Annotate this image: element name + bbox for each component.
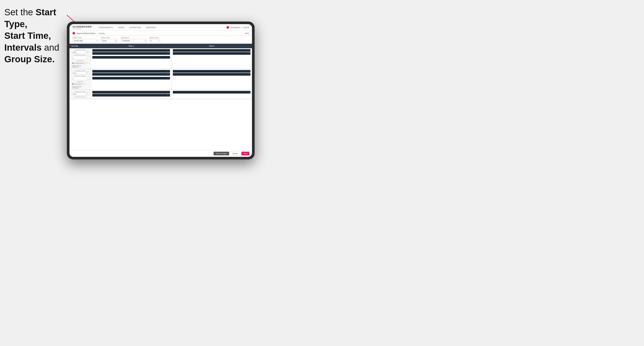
g1-clock-icon: 🕐 (86, 51, 88, 53)
g1-starting-time-input[interactable]: 10:00 🕐 (71, 51, 89, 54)
group-row-3: STARTING TIME: 10:20 🕐 STARTING HOLE: ✕ … (70, 90, 252, 99)
g1-edit-icon[interactable]: ✎ (88, 62, 89, 64)
tablet-frame: SCOREBOARD Powered by clipp.io TOURNAMEN… (67, 21, 254, 160)
g2-t1-cp-remove[interactable]: ✕ (167, 78, 168, 79)
g3-t2-p1-remove[interactable]: ✕ (248, 92, 248, 93)
group-row-2-inner: STARTING TIME: 10:10 🕐 STARTING HOLE: 1 … (70, 69, 252, 90)
intervals-group: Intervals 10 Minutes (121, 37, 147, 43)
reset-changes-button[interactable]: Reset Changes (214, 152, 229, 155)
breadcrumb-bar: Clippd Invitational (Mem) › Hosting Back (70, 31, 252, 36)
nav-teams[interactable]: TEAMS (117, 26, 125, 29)
user-email: blair@clippd.io (230, 27, 240, 28)
g2-t2-player1[interactable]: ✕ › (173, 70, 250, 73)
g3-t1-p2-chevron: › (169, 95, 169, 96)
group-size-select[interactable]: 3 (149, 39, 160, 43)
g1-t2-player1[interactable]: ✕ › (173, 49, 250, 52)
g2-hole-val: 1 (72, 78, 73, 79)
g3-t2-p1-chevron: › (249, 92, 250, 93)
g1-course-name: (A) Peachtree GC (74, 62, 84, 64)
g1-add-icon: + (71, 66, 72, 68)
group-1-left: STARTING TIME: 10:00 🕐 STARTING HOLE: 1 … (70, 48, 91, 69)
g1-t2-player2[interactable]: ✕ › (173, 52, 250, 55)
g3-t1-p1-remove[interactable]: ✕ (167, 92, 168, 93)
g1-t2-p1-remove[interactable]: ✕ (248, 50, 248, 51)
g1-t1-player2[interactable]: ✕ › (92, 52, 170, 55)
g1-t1-course-row: ✕ › (92, 56, 170, 59)
g1-course-tag[interactable]: (A) Peachtree GC ✕ (71, 62, 88, 64)
g1-course-remove-x[interactable]: ✕ (85, 62, 86, 64)
footer-bar: Reset Changes Cancel Save (70, 150, 252, 157)
back-button[interactable]: Back (245, 32, 249, 34)
g3-t1-player1[interactable]: ✕ › (92, 91, 170, 94)
g2-edit-icon[interactable]: ✎ (86, 83, 86, 85)
th-team1: Team 1 (91, 44, 172, 48)
g2-t1-course-player[interactable]: ✕ › (92, 77, 170, 79)
g1-t1-player1[interactable]: ✕ › (92, 49, 170, 52)
intervals-select-wrap: 10 Minutes (121, 39, 147, 43)
nav-tournaments[interactable]: TOURNAMENTS (97, 26, 114, 29)
start-type-select[interactable]: 1st Tee Start (72, 39, 98, 43)
g2-t2-p1-remove[interactable]: ✕ (248, 71, 248, 72)
g1-t1-cp-remove[interactable]: ✕ (167, 57, 168, 58)
g1-time-val: 10:00 (72, 51, 76, 53)
g2-t2-p2-chevron: › (249, 74, 250, 75)
g1-t1-p1-chevron: › (169, 50, 169, 51)
g2-add-icon: + (71, 87, 72, 89)
table-area: Tee Time Team 1 Team 2 STARTING TIME: 10… (70, 44, 252, 150)
g2-t1-p1-chevron: › (169, 71, 169, 72)
sign-out-link[interactable]: Sign out (243, 27, 249, 28)
g2-t2-p2-remove[interactable]: ✕ (248, 74, 248, 75)
g1-t1-p1-remove[interactable]: ✕ (167, 50, 168, 51)
g2-course-tag[interactable]: East Lake GC ✕ (71, 83, 85, 85)
breadcrumb-tournament[interactable]: Clippd Invitational (Mem) (76, 32, 95, 34)
g2-t1-p2-remove[interactable]: ✕ (167, 74, 168, 75)
clock-icon: 🕐 (115, 40, 117, 42)
g1-hole-input[interactable]: 1 ▲▼ (71, 56, 89, 59)
group-size-select-wrap: 3 (149, 39, 160, 43)
instruction-bold2: Group Size. (4, 54, 54, 64)
g1-t1-cp-chevron: › (169, 57, 169, 58)
g2-course-name: East Lake GC (74, 83, 82, 85)
g3-t2-player1[interactable]: ✕ › (173, 91, 250, 94)
g2-t2-player2[interactable]: ✕ › (173, 73, 250, 76)
th-tee-time: Tee Time (70, 44, 91, 48)
g1-t1-p2-remove[interactable]: ✕ (167, 53, 168, 54)
g2-course-tag-wrap: East Lake GC ✕ ✎ (71, 83, 89, 85)
group-3-left: STARTING TIME: 10:20 🕐 STARTING HOLE: (70, 90, 91, 99)
logo-text: SCOREBOARD (72, 25, 92, 28)
g2-hole-input[interactable]: 1 ▲▼ (71, 77, 89, 80)
g1-add-group[interactable]: + Add Group (71, 66, 89, 68)
g1-course-label: COURSE: (71, 60, 89, 61)
logo-area: SCOREBOARD Powered by clipp.io (72, 25, 92, 29)
g2-t1-player2[interactable]: ✕ › (92, 73, 170, 76)
g1-actions: ○ Remove Group + Add Group (71, 65, 89, 68)
g2-t1-p1-remove[interactable]: ✕ (167, 71, 168, 72)
g2-t1-p2-chevron: › (169, 74, 169, 75)
g2-t1-cp-chevron: › (169, 78, 169, 79)
group-size-label: Group Size (149, 37, 160, 38)
group-row-3-inner: STARTING TIME: 10:20 🕐 STARTING HOLE: ✕ … (70, 90, 252, 99)
group-2-left: STARTING TIME: 10:10 🕐 STARTING HOLE: 1 … (70, 69, 91, 90)
intervals-select[interactable]: 10 Minutes (121, 39, 147, 43)
nav-rankings[interactable]: RANKINGS (145, 26, 157, 29)
g3-t1-player2[interactable]: ✕ › (92, 94, 170, 97)
g2-course-remove-x[interactable]: ✕ (83, 83, 84, 85)
g3-t1-p2-remove[interactable]: ✕ (167, 95, 168, 96)
start-time-select[interactable]: 10:00 🕐 (101, 39, 118, 43)
g3-team1: ✕ › ✕ › (91, 90, 172, 99)
start-time-clock-wrap: 10:00 🕐 (101, 39, 118, 43)
g1-t1-course-player[interactable]: ✕ › (92, 56, 170, 59)
cancel-button[interactable]: Cancel (230, 152, 240, 156)
start-time-group: Start Time 10:00 🕐 (101, 37, 118, 43)
g3-time-val: 10:20 (72, 93, 76, 95)
nav-committee[interactable]: COMMITTEE (129, 26, 142, 29)
g2-t1-player1[interactable]: ✕ › (92, 70, 170, 73)
g3-starting-time-input[interactable]: 10:20 🕐 (71, 92, 89, 95)
g2-starting-time-input[interactable]: 10:10 🕐 (71, 72, 89, 75)
g1-t2-p2-remove[interactable]: ✕ (248, 53, 248, 54)
save-button[interactable]: Save (242, 152, 250, 155)
g1-t2-p2-chevron: › (249, 53, 250, 54)
breadcrumb-separator: › (97, 32, 97, 34)
g2-add-group[interactable]: + Add Group (71, 87, 89, 89)
tablet-screen: SCOREBOARD Powered by clipp.io TOURNAMEN… (70, 24, 252, 157)
